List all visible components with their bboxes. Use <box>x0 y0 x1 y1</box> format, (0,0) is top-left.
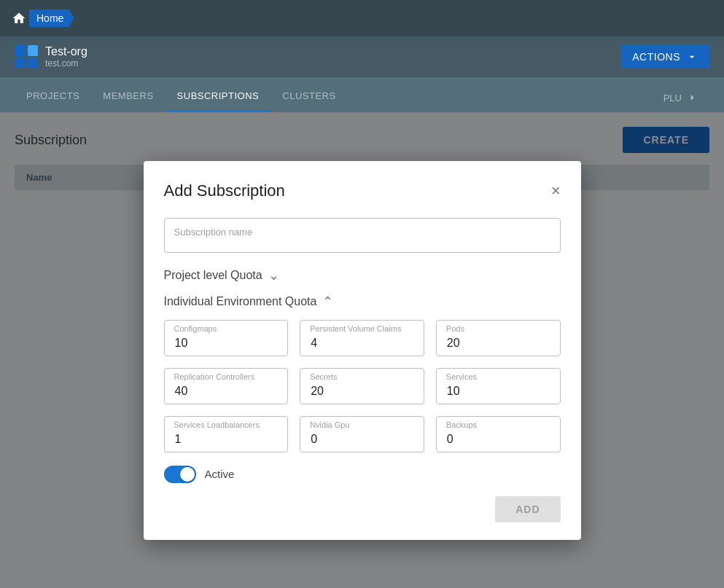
close-dialog-button[interactable]: × <box>551 181 561 200</box>
replication-controllers-field: Replication Controllers <box>164 368 289 404</box>
project-quota-label: Project level Quota <box>164 269 262 282</box>
pvc-field: Persistent Volume Claims <box>300 320 424 356</box>
individual-quota-label: Individual Environment Quota <box>164 295 317 308</box>
individual-quota-header[interactable]: Individual Environment Quota ⌃ <box>164 294 561 310</box>
dialog-header: Add Subscription × <box>164 181 561 200</box>
toggle-thumb <box>180 467 195 482</box>
services-lb-field: Services Loadbalancers <box>164 416 289 452</box>
breadcrumb[interactable]: Home <box>29 9 74 27</box>
quota-row-1: Configmaps Persistent Volume Claims Pods <box>164 320 561 356</box>
quota-row-3: Services Loadbalancers Nvidia Gpu Backup… <box>164 416 561 452</box>
active-toggle-row: Active <box>164 466 561 483</box>
tab-plu[interactable]: PLU <box>652 83 709 112</box>
actions-button[interactable]: ACTIONS <box>620 45 709 68</box>
nvidia-gpu-input[interactable] <box>300 416 424 452</box>
subscription-name-field: Subscription name <box>164 218 561 253</box>
tab-subscriptions[interactable]: SUBSCRIPTIONS <box>166 82 271 112</box>
tab-projects[interactable]: PROJECTS <box>15 82 91 112</box>
backups-field: Backups <box>436 416 561 452</box>
configmaps-input[interactable] <box>164 320 289 356</box>
configmaps-field: Configmaps <box>164 320 289 356</box>
individual-quota-section: Individual Environment Quota ⌃ Configmap… <box>164 294 561 452</box>
org-logo <box>15 45 38 68</box>
active-label: Active <box>205 468 235 480</box>
pods-field: Pods <box>436 320 561 356</box>
org-domain: test.com <box>45 58 87 68</box>
tab-members[interactable]: MEMBERS <box>91 82 165 112</box>
services-field: Services <box>436 368 561 404</box>
services-input[interactable] <box>436 368 561 404</box>
navtabs: PROJECTS MEMBERS SUBSCRIPTIONS CLUSTERS … <box>0 77 724 112</box>
backups-input[interactable] <box>436 416 561 452</box>
active-toggle[interactable] <box>164 466 196 483</box>
add-subscription-dialog: Add Subscription × Subscription name Pro… <box>144 161 581 540</box>
home-icon <box>12 11 26 26</box>
replication-controllers-input[interactable] <box>164 368 289 404</box>
subscription-name-input[interactable] <box>164 218 561 253</box>
chevron-down-icon <box>686 51 698 63</box>
org-name: Test-org <box>45 45 87 58</box>
orgbar: Test-org test.com ACTIONS <box>0 36 724 77</box>
dialog-footer: ADD <box>164 496 561 522</box>
pods-input[interactable] <box>436 320 561 356</box>
dialog-title: Add Subscription <box>164 181 285 200</box>
chevron-right-icon <box>686 92 698 103</box>
services-lb-input[interactable] <box>164 416 289 452</box>
project-quota-section: Project level Quota ⌄ <box>164 267 561 283</box>
nvidia-gpu-field: Nvidia Gpu <box>300 416 424 452</box>
quota-row-2: Replication Controllers Secrets Services <box>164 368 561 404</box>
pvc-input[interactable] <box>300 320 424 356</box>
secrets-field: Secrets <box>300 368 424 404</box>
home-nav[interactable]: Home <box>12 9 74 27</box>
project-quota-collapse-icon: ⌄ <box>268 267 279 283</box>
individual-quota-expand-icon: ⌃ <box>322 294 333 310</box>
tab-clusters[interactable]: CLUSTERS <box>270 82 347 112</box>
dialog-overlay: Add Subscription × Subscription name Pro… <box>0 112 724 588</box>
org-info: Test-org test.com <box>15 45 87 68</box>
secrets-input[interactable] <box>300 368 424 404</box>
add-button[interactable]: ADD <box>495 496 560 522</box>
main-content: Subscription CREATE Name Disk Status Act… <box>0 112 724 588</box>
topbar: Home <box>0 0 724 36</box>
project-quota-header[interactable]: Project level Quota ⌄ <box>164 267 561 283</box>
